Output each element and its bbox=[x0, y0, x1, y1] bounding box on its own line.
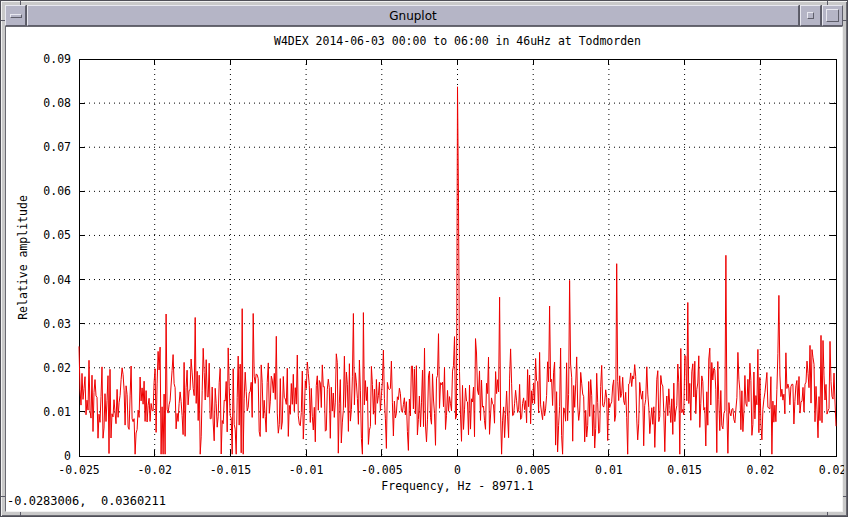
frame-notch bbox=[20, 512, 21, 516]
svg-text:0.005: 0.005 bbox=[516, 463, 551, 477]
svg-text:-0.02: -0.02 bbox=[137, 463, 172, 477]
frame-notch bbox=[1, 496, 5, 497]
minimize-icon bbox=[807, 12, 814, 19]
svg-text:W4DEX 2014-06-03 00:00 to 06:0: W4DEX 2014-06-03 00:00 to 06:00 in 46uHz… bbox=[274, 34, 641, 48]
svg-text:0.02: 0.02 bbox=[746, 463, 774, 477]
frame-notch bbox=[827, 1, 828, 5]
svg-text:-0.01: -0.01 bbox=[289, 463, 324, 477]
frame-notch bbox=[1, 20, 5, 21]
resize-handle-bottom-left[interactable] bbox=[1, 500, 17, 516]
coordinate-readout: -0.0283006, 0.0360211 bbox=[7, 494, 166, 508]
resize-handle-top-right[interactable] bbox=[831, 1, 847, 17]
svg-text:0: 0 bbox=[454, 463, 461, 477]
svg-text:Frequency, Hz - 8971.1: Frequency, Hz - 8971.1 bbox=[381, 479, 533, 493]
titlebar[interactable]: Gnuplot bbox=[5, 5, 843, 26]
svg-text:0.03: 0.03 bbox=[43, 317, 71, 331]
svg-text:0.025: 0.025 bbox=[819, 463, 844, 477]
svg-text:-0.005: -0.005 bbox=[361, 463, 403, 477]
svg-text:-0.015: -0.015 bbox=[210, 463, 252, 477]
svg-text:0.07: 0.07 bbox=[43, 140, 71, 154]
resize-handle-bottom-right[interactable] bbox=[831, 500, 847, 516]
svg-text:0.05: 0.05 bbox=[43, 228, 71, 242]
plot-canvas[interactable]: -0.025-0.02-0.015-0.01-0.00500.0050.010.… bbox=[6, 27, 844, 513]
svg-text:0.04: 0.04 bbox=[43, 273, 71, 287]
window-title-field[interactable]: Gnuplot bbox=[27, 5, 799, 26]
svg-text:-0.025: -0.025 bbox=[58, 463, 100, 477]
resize-handle-top-left[interactable] bbox=[1, 1, 17, 17]
svg-text:0.06: 0.06 bbox=[43, 184, 71, 198]
minimize-button[interactable] bbox=[800, 5, 821, 26]
window-title: Gnuplot bbox=[389, 9, 437, 23]
svg-text:0.09: 0.09 bbox=[43, 52, 71, 66]
plot-client-area: -0.025-0.02-0.015-0.01-0.00500.0050.010.… bbox=[5, 26, 843, 512]
svg-text:0.015: 0.015 bbox=[667, 463, 702, 477]
svg-text:0.01: 0.01 bbox=[595, 463, 623, 477]
frame-notch bbox=[843, 20, 847, 21]
frame-notch bbox=[843, 496, 847, 497]
svg-text:0: 0 bbox=[64, 449, 71, 463]
svg-text:Relative amplitude: Relative amplitude bbox=[16, 195, 30, 320]
svg-text:0.01: 0.01 bbox=[43, 405, 71, 419]
frame-notch bbox=[20, 1, 21, 5]
gnuplot-window: Gnuplot -0.025-0.02-0.015-0.01-0.00500.0… bbox=[0, 0, 848, 517]
svg-text:0.02: 0.02 bbox=[43, 361, 71, 375]
svg-text:0.08: 0.08 bbox=[43, 96, 71, 110]
frame-notch bbox=[827, 512, 828, 516]
